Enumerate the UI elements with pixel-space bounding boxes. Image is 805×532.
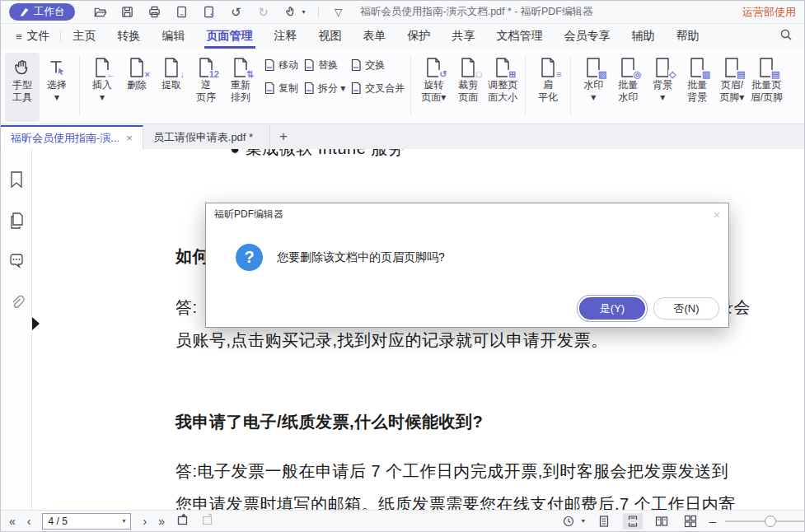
- close-tab-icon[interactable]: ×: [126, 132, 133, 144]
- ribbon-small-button[interactable]: 交换: [350, 58, 405, 72]
- group-divider: [79, 56, 80, 116]
- hand-tool-button[interactable]: 手型工具: [5, 53, 40, 122]
- attachments-panel-icon[interactable]: [8, 294, 25, 315]
- yes-button[interactable]: 是(Y): [579, 297, 645, 320]
- page-marks-group: ▨ 水印▾ ◎ 批量水印 ◇: [573, 51, 786, 121]
- search-button[interactable]: [779, 28, 793, 44]
- button-label: 平化: [538, 91, 558, 104]
- ribbon-small-button[interactable]: 交叉合并: [350, 82, 405, 96]
- foxit-pdf-editor-window: 工作台 ↺ ↻ ▾ ▽ 福昕会员使用指南-演示文档.pdf * - 福昕PDF编…: [0, 0, 805, 532]
- menu-item[interactable]: 文档管理: [486, 24, 554, 49]
- rotate-view-icon[interactable]: [559, 513, 578, 530]
- group-divider: [525, 56, 526, 116]
- ribbon-button[interactable]: □ 裁剪页面: [451, 53, 485, 105]
- document-text-line: ● 集成微软 Intune 服务: [230, 149, 405, 160]
- hand-icon: [12, 56, 33, 79]
- header-footer-icon: ▤: [721, 56, 742, 79]
- ribbon-button[interactable]: ◎ 批量水印: [611, 53, 645, 105]
- menu-item[interactable]: 表单: [353, 24, 397, 49]
- document-tab[interactable]: 员工请假申请表.pdf *: [143, 125, 270, 149]
- flatten-button[interactable]: ≡ 扁平化: [531, 53, 565, 105]
- menubar: ≡ 文件 主页 转换 编辑 页面管理 注释 视图 表单 保护 共享: [1, 24, 804, 49]
- account-label[interactable]: 运营部使用: [742, 5, 796, 20]
- menu-item[interactable]: 编辑: [152, 24, 196, 49]
- touch-mode-icon[interactable]: [283, 5, 298, 20]
- titlebar: 工作台 ↺ ↻ ▾ ▽ 福昕会员使用指南-演示文档.pdf * - 福昕PDF编…: [1, 1, 804, 24]
- export-page-icon[interactable]: [175, 5, 190, 20]
- ribbon-small-button[interactable]: 复制: [264, 82, 298, 96]
- facing-view-icon[interactable]: [652, 513, 672, 530]
- button-label: 页序: [196, 91, 216, 104]
- no-button[interactable]: 否(N): [653, 297, 719, 320]
- touch-mode-caret-icon[interactable]: ▾: [302, 8, 306, 16]
- menu-item[interactable]: 帮助: [666, 24, 710, 49]
- print-icon[interactable]: [147, 5, 162, 20]
- file-menu[interactable]: ≡ 文件: [7, 29, 59, 44]
- menu-item[interactable]: 辅助: [621, 24, 666, 49]
- button-label: 拆分 ▾: [318, 82, 345, 96]
- page-edit-group: 移动 复制 替换 拆分 ▾ 交换: [260, 51, 408, 121]
- menu-item[interactable]: 主页: [63, 24, 107, 49]
- zoom-slider-handle[interactable]: [765, 516, 776, 527]
- collapse-ribbon-icon[interactable]: ▽: [331, 5, 346, 20]
- zoom-slider[interactable]: [725, 515, 804, 528]
- ribbon-button[interactable]: ↓ 提取: [154, 53, 189, 93]
- button-label: 水印: [583, 79, 603, 91]
- first-page-button[interactable]: «: [9, 516, 16, 527]
- open-folder-icon[interactable]: [93, 5, 108, 20]
- new-tab-button[interactable]: +: [269, 124, 297, 148]
- new-page-icon[interactable]: [202, 5, 217, 20]
- ribbon-button[interactable]: × 删除: [119, 53, 154, 93]
- bookmarks-panel-icon[interactable]: [8, 170, 25, 192]
- comments-panel-icon[interactable]: [8, 253, 25, 274]
- redo-icon[interactable]: ↻: [256, 5, 271, 20]
- menu-item[interactable]: 页面管理: [196, 24, 264, 49]
- page-number-combobox[interactable]: 4 / 5 ▾: [42, 513, 131, 530]
- ribbon-button[interactable]: 12 逆页序: [189, 53, 223, 105]
- save-icon[interactable]: [120, 5, 135, 20]
- menu-item[interactable]: 保护: [397, 24, 442, 49]
- single-page-view-icon[interactable]: [594, 513, 614, 530]
- dialog-buttons: 是(Y) 否(N): [579, 297, 719, 320]
- ribbon-button[interactable]: ← 插入▾: [85, 53, 119, 105]
- previous-page-button[interactable]: ‹: [27, 516, 31, 527]
- ribbon-toolbar: 手型工具 选择▾ ← 插入▾: [1, 49, 804, 124]
- page-navigation: « ‹ 4 / 5 ▾ › »: [9, 513, 214, 530]
- continuous-facing-view-icon[interactable]: [681, 513, 700, 530]
- menu-item[interactable]: 视图: [308, 24, 353, 49]
- continuous-view-icon[interactable]: [623, 513, 643, 530]
- next-view-icon[interactable]: [201, 513, 214, 529]
- zoom-out-button[interactable]: –: [709, 514, 716, 528]
- next-page-button[interactable]: ›: [143, 516, 147, 527]
- ribbon-small-button[interactable]: 移动: [264, 58, 298, 72]
- ribbon-small-button[interactable]: 替换: [303, 58, 345, 72]
- select-tool-button[interactable]: 选择▾: [40, 53, 74, 105]
- resize-pages-icon: ⊞: [492, 56, 513, 79]
- menu-item[interactable]: 转换: [107, 24, 152, 49]
- dialog-titlebar[interactable]: 福昕PDF编辑器 ×: [206, 203, 728, 226]
- ribbon-small-button[interactable]: 拆分 ▾: [303, 82, 345, 96]
- undo-icon[interactable]: ↺: [229, 5, 244, 20]
- ribbon-button[interactable]: ▥ 批量背景: [680, 53, 714, 105]
- menu-item[interactable]: 会员专享: [554, 24, 621, 49]
- last-page-button[interactable]: »: [158, 516, 165, 527]
- menu-item[interactable]: 共享: [442, 24, 486, 49]
- reverse-order-icon: 12: [195, 56, 217, 79]
- ribbon-button[interactable]: ▤ 批量页眉/页脚: [749, 53, 784, 105]
- close-icon[interactable]: ×: [714, 209, 720, 221]
- previous-view-icon[interactable]: [176, 513, 190, 529]
- search-icon: [779, 28, 793, 41]
- ribbon-button[interactable]: ⇅ 重新排列: [223, 53, 258, 105]
- ribbon-button[interactable]: ↺ 旋转页面▾: [416, 53, 451, 105]
- workbench-label: 工作台: [34, 5, 65, 19]
- pages-panel-icon[interactable]: [8, 212, 25, 233]
- chevron-down-icon[interactable]: ▾: [582, 517, 585, 525]
- document-tab[interactable]: 福昕会员使用指南-演... ×: [1, 125, 143, 149]
- menu-item[interactable]: 注释: [264, 24, 308, 49]
- ribbon-button[interactable]: ▨ 水印▾: [576, 53, 611, 105]
- ribbon-button[interactable]: ◇ 背景▾: [645, 53, 680, 105]
- ribbon-button[interactable]: ⊞ 调整页面大小: [485, 53, 520, 105]
- ribbon-button[interactable]: ▤ 页眉/页脚▾: [714, 53, 749, 105]
- move-pages-icon: [264, 58, 275, 72]
- workbench-button[interactable]: 工作台: [9, 3, 75, 21]
